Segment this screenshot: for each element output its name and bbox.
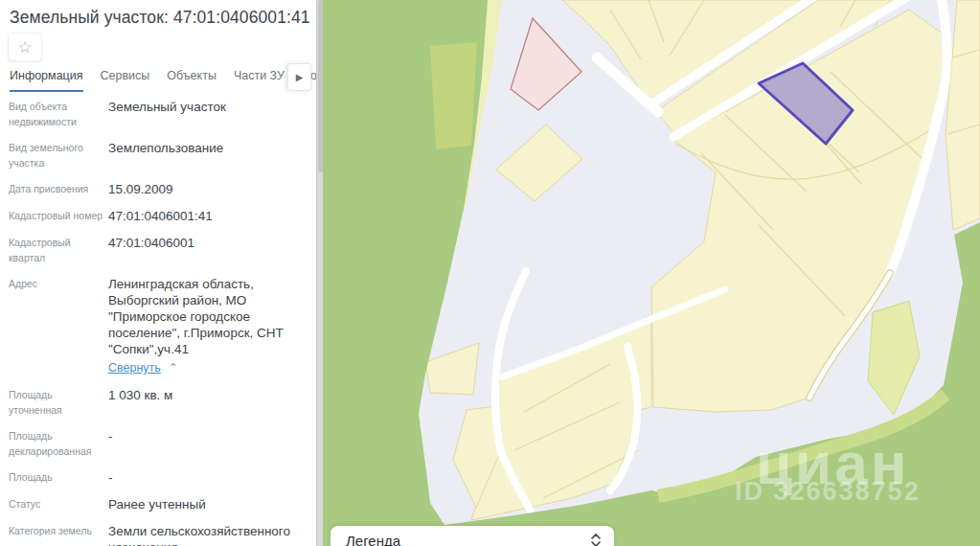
chevron-down-icon — [591, 541, 601, 546]
tab-objects[interactable]: Объекты — [167, 63, 217, 90]
field-address: Адрес Ленинградская область, Выборгский … — [0, 276, 316, 376]
tabs-scroll-right-button[interactable]: ▶ — [287, 63, 311, 91]
field-parcel-kind: Вид земельного участка Землепользование — [0, 140, 316, 171]
light-green-patch — [430, 42, 477, 149]
chevron-up-icon[interactable]: ⌃ — [169, 361, 178, 375]
field-status: Статус Ранее учтенный — [0, 496, 316, 512]
legend-label: Легенда — [346, 531, 400, 546]
tab-bar: Информация Сервисы Объекты Части ЗУ Сост… — [0, 63, 316, 92]
field-cadastral-quarter: Кадастровый квартал 47:01:0406001 — [0, 235, 316, 265]
chevron-up-icon — [591, 534, 601, 539]
field-cadastral-number: Кадастровый номер 47:01:0406001:41 — [0, 208, 316, 224]
favorite-button[interactable]: ☆ — [8, 33, 42, 61]
tab-parcel-parts[interactable]: Части ЗУ — [234, 63, 285, 90]
tab-services[interactable]: Сервисы — [101, 63, 150, 90]
page-title: Земельный участок: 47:01:0406001:41 — [10, 8, 316, 28]
field-area-refined: Площадь уточненная 1 030 кв. м — [0, 387, 316, 418]
field-list: Вид объекта недвижимости Земельный участ… — [0, 99, 316, 546]
field-object-kind: Вид объекта недвижимости Земельный участ… — [0, 99, 316, 129]
star-icon: ☆ — [17, 39, 32, 56]
chevron-right-icon: ▶ — [296, 73, 304, 82]
field-land-category: Категория земель Земли сельскохозяйствен… — [0, 523, 316, 546]
parcel-info-panel: Земельный участок: 47:01:0406001:41 ☆ Ин… — [0, 0, 316, 546]
legend-collapse-control[interactable] — [591, 532, 601, 546]
field-area: Площадь - — [0, 469, 316, 486]
watermark-id: ID 326638752 — [735, 477, 921, 506]
field-assign-date: Дата присвоения 15.09.2009 — [0, 181, 316, 197]
collapse-address-link[interactable]: Свернуть — [108, 360, 161, 376]
tab-information[interactable]: Информация — [10, 63, 83, 92]
cadastral-map-app: Земельный участок: 47:01:0406001:41 ☆ Ин… — [0, 0, 980, 546]
address-text: Ленинградская область, Выборгский район,… — [108, 277, 284, 356]
legend-bar[interactable]: Легенда — [330, 526, 614, 546]
map-canvas[interactable]: циан ID 326638752 Легенда — [323, 0, 980, 546]
field-area-declared: Площадь декларированная - — [0, 428, 316, 459]
